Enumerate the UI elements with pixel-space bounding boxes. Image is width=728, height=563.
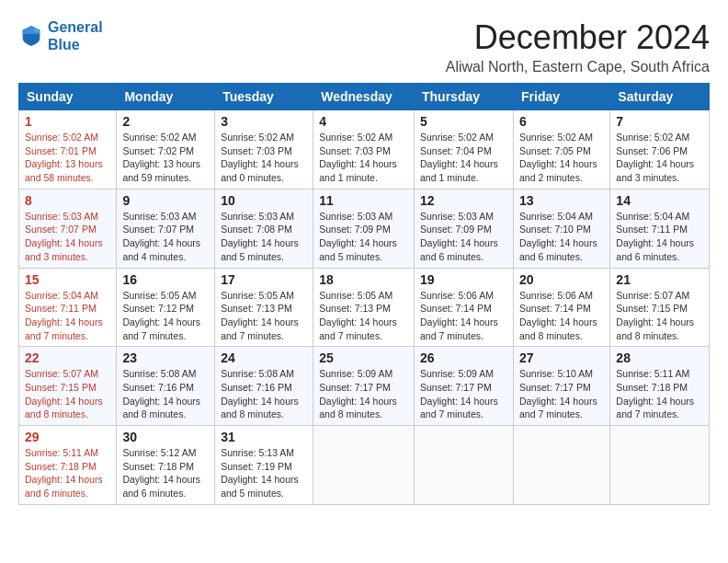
day-number: 13 <box>519 193 604 208</box>
day-content: Sunrise: 5:02 AM Sunset: 7:02 PM Dayligh… <box>122 131 209 185</box>
calendar-cell: 31Sunrise: 5:13 AM Sunset: 7:19 PM Dayli… <box>215 426 313 505</box>
calendar-cell: 28Sunrise: 5:11 AM Sunset: 7:18 PM Dayli… <box>610 347 710 426</box>
day-content: Sunrise: 5:02 AM Sunset: 7:06 PM Dayligh… <box>616 131 703 185</box>
day-number: 10 <box>221 193 307 208</box>
day-content: Sunrise: 5:07 AM Sunset: 7:15 PM Dayligh… <box>616 289 703 343</box>
day-content: Sunrise: 5:02 AM Sunset: 7:04 PM Dayligh… <box>420 131 507 185</box>
day-content: Sunrise: 5:03 AM Sunset: 7:09 PM Dayligh… <box>420 210 507 264</box>
logo-line2: Blue <box>48 37 80 52</box>
day-number: 14 <box>616 193 703 208</box>
day-number: 16 <box>122 272 209 287</box>
day-number: 18 <box>319 272 408 287</box>
calendar-cell: 24Sunrise: 5:08 AM Sunset: 7:16 PM Dayli… <box>215 347 313 426</box>
day-content: Sunrise: 5:02 AM Sunset: 7:05 PM Dayligh… <box>519 131 604 185</box>
day-content: Sunrise: 5:03 AM Sunset: 7:09 PM Dayligh… <box>319 210 408 264</box>
day-number: 21 <box>616 272 703 287</box>
calendar-cell: 16Sunrise: 5:05 AM Sunset: 7:12 PM Dayli… <box>117 268 215 347</box>
title-block: December 2024 Aliwal North, Eastern Cape… <box>446 18 710 75</box>
day-content: Sunrise: 5:04 AM Sunset: 7:11 PM Dayligh… <box>25 289 110 343</box>
day-number: 15 <box>25 272 110 287</box>
header-monday: Monday <box>117 84 215 110</box>
day-number: 27 <box>519 350 604 365</box>
day-content: Sunrise: 5:11 AM Sunset: 7:18 PM Dayligh… <box>25 446 110 500</box>
day-content: Sunrise: 5:08 AM Sunset: 7:16 PM Dayligh… <box>122 367 209 421</box>
calendar-cell: 3Sunrise: 5:02 AM Sunset: 7:03 PM Daylig… <box>215 110 313 190</box>
day-number: 4 <box>319 114 408 129</box>
week-row-5: 29Sunrise: 5:11 AM Sunset: 7:18 PM Dayli… <box>19 426 710 505</box>
logo-icon <box>18 23 44 49</box>
day-content: Sunrise: 5:04 AM Sunset: 7:10 PM Dayligh… <box>519 210 604 264</box>
calendar-cell: 27Sunrise: 5:10 AM Sunset: 7:17 PM Dayli… <box>514 347 610 426</box>
day-content: Sunrise: 5:11 AM Sunset: 7:18 PM Dayligh… <box>616 367 703 421</box>
calendar-cell: 11Sunrise: 5:03 AM Sunset: 7:09 PM Dayli… <box>313 189 415 268</box>
day-content: Sunrise: 5:06 AM Sunset: 7:14 PM Dayligh… <box>420 289 507 343</box>
day-content: Sunrise: 5:03 AM Sunset: 7:08 PM Dayligh… <box>221 210 307 264</box>
day-number: 19 <box>420 272 507 287</box>
day-number: 5 <box>420 114 507 129</box>
calendar-cell: 21Sunrise: 5:07 AM Sunset: 7:15 PM Dayli… <box>610 268 710 347</box>
calendar-cell: 18Sunrise: 5:05 AM Sunset: 7:13 PM Dayli… <box>313 268 415 347</box>
day-number: 11 <box>319 193 408 208</box>
day-number: 30 <box>122 430 209 444</box>
calendar-cell: 13Sunrise: 5:04 AM Sunset: 7:10 PM Dayli… <box>514 189 610 268</box>
day-number: 7 <box>616 114 703 129</box>
day-number: 12 <box>420 193 507 208</box>
calendar-cell: 4Sunrise: 5:02 AM Sunset: 7:03 PM Daylig… <box>313 110 415 190</box>
day-content: Sunrise: 5:05 AM Sunset: 7:13 PM Dayligh… <box>221 289 307 343</box>
calendar-cell: 29Sunrise: 5:11 AM Sunset: 7:18 PM Dayli… <box>19 426 117 505</box>
day-number: 26 <box>420 350 507 365</box>
calendar-cell: 9Sunrise: 5:03 AM Sunset: 7:07 PM Daylig… <box>117 189 215 268</box>
day-number: 22 <box>25 350 110 365</box>
day-content: Sunrise: 5:02 AM Sunset: 7:03 PM Dayligh… <box>221 131 307 185</box>
day-content: Sunrise: 5:09 AM Sunset: 7:17 PM Dayligh… <box>420 367 507 421</box>
week-row-1: 1Sunrise: 5:02 AM Sunset: 7:01 PM Daylig… <box>19 110 710 190</box>
day-number: 1 <box>25 114 110 129</box>
day-content: Sunrise: 5:12 AM Sunset: 7:18 PM Dayligh… <box>122 446 209 500</box>
calendar-cell <box>610 426 710 505</box>
day-number: 31 <box>221 430 307 444</box>
day-content: Sunrise: 5:07 AM Sunset: 7:15 PM Dayligh… <box>25 367 110 421</box>
week-row-2: 8Sunrise: 5:03 AM Sunset: 7:07 PM Daylig… <box>19 189 710 268</box>
day-number: 9 <box>122 193 209 208</box>
month-title: December 2024 <box>446 18 710 57</box>
day-number: 17 <box>221 272 307 287</box>
day-content: Sunrise: 5:05 AM Sunset: 7:12 PM Dayligh… <box>122 289 209 343</box>
header-thursday: Thursday <box>415 84 514 110</box>
day-content: Sunrise: 5:06 AM Sunset: 7:14 PM Dayligh… <box>519 289 604 343</box>
calendar-cell: 10Sunrise: 5:03 AM Sunset: 7:08 PM Dayli… <box>215 189 313 268</box>
calendar-cell <box>415 426 514 505</box>
day-content: Sunrise: 5:03 AM Sunset: 7:07 PM Dayligh… <box>25 210 110 264</box>
calendar-cell: 26Sunrise: 5:09 AM Sunset: 7:17 PM Dayli… <box>415 347 514 426</box>
day-content: Sunrise: 5:05 AM Sunset: 7:13 PM Dayligh… <box>319 289 408 343</box>
page-header: General Blue December 2024 Aliwal North,… <box>18 18 710 75</box>
calendar-cell: 23Sunrise: 5:08 AM Sunset: 7:16 PM Dayli… <box>117 347 215 426</box>
calendar-cell: 22Sunrise: 5:07 AM Sunset: 7:15 PM Dayli… <box>19 347 117 426</box>
calendar-cell: 20Sunrise: 5:06 AM Sunset: 7:14 PM Dayli… <box>514 268 610 347</box>
day-content: Sunrise: 5:04 AM Sunset: 7:11 PM Dayligh… <box>616 210 703 264</box>
day-content: Sunrise: 5:10 AM Sunset: 7:17 PM Dayligh… <box>519 367 604 421</box>
calendar-table: SundayMondayTuesdayWednesdayThursdayFrid… <box>18 83 710 505</box>
header-tuesday: Tuesday <box>215 84 313 110</box>
calendar-cell: 19Sunrise: 5:06 AM Sunset: 7:14 PM Dayli… <box>415 268 514 347</box>
logo: General Blue <box>18 18 103 53</box>
calendar-cell: 1Sunrise: 5:02 AM Sunset: 7:01 PM Daylig… <box>19 110 117 190</box>
calendar-cell: 6Sunrise: 5:02 AM Sunset: 7:05 PM Daylig… <box>514 110 610 190</box>
week-row-3: 15Sunrise: 5:04 AM Sunset: 7:11 PM Dayli… <box>19 268 710 347</box>
day-number: 25 <box>319 350 408 365</box>
day-number: 28 <box>616 350 703 365</box>
header-friday: Friday <box>514 84 610 110</box>
calendar-cell <box>514 426 610 505</box>
header-wednesday: Wednesday <box>313 84 415 110</box>
day-number: 20 <box>519 272 604 287</box>
calendar-cell: 25Sunrise: 5:09 AM Sunset: 7:17 PM Dayli… <box>313 347 415 426</box>
day-number: 23 <box>122 350 209 365</box>
calendar-cell: 2Sunrise: 5:02 AM Sunset: 7:02 PM Daylig… <box>117 110 215 190</box>
calendar-cell <box>313 426 415 505</box>
day-number: 6 <box>519 114 604 129</box>
header-row: SundayMondayTuesdayWednesdayThursdayFrid… <box>19 84 710 110</box>
day-content: Sunrise: 5:03 AM Sunset: 7:07 PM Dayligh… <box>122 210 209 264</box>
header-saturday: Saturday <box>610 84 710 110</box>
location-title: Aliwal North, Eastern Cape, South Africa <box>446 59 710 75</box>
day-content: Sunrise: 5:02 AM Sunset: 7:01 PM Dayligh… <box>25 131 110 185</box>
day-number: 24 <box>221 350 307 365</box>
